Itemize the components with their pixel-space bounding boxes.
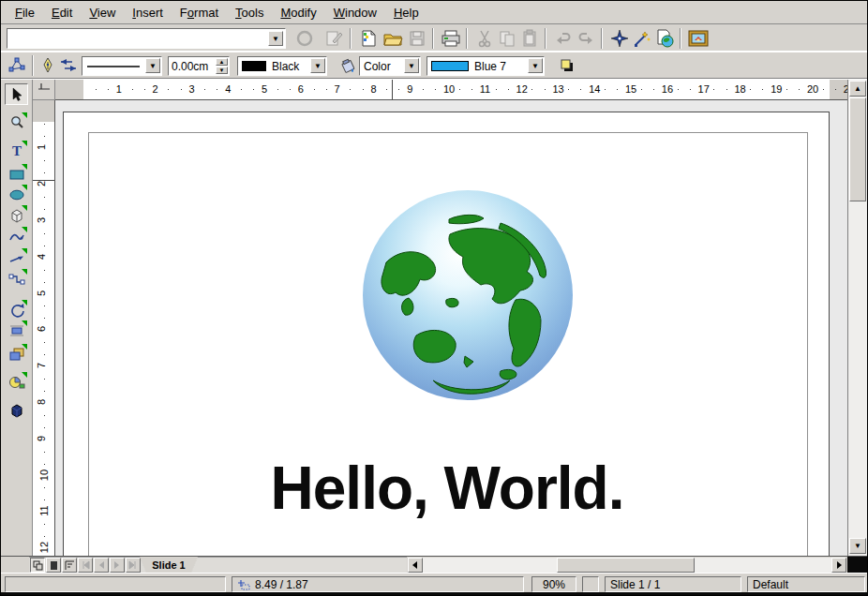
cursor-position-value: 8.49 / 1.87 [255,578,308,591]
edit-points-button[interactable] [6,54,28,77]
ruler-origin-box[interactable] [33,80,55,100]
ruler-mark: 15 [625,83,636,95]
menu-format[interactable]: Format [172,3,227,22]
ruler-mark [398,89,399,90]
ruler-mark [678,89,679,90]
ruler-mark: 11 [480,83,490,95]
new-document-button[interactable] [357,27,380,50]
slide-page[interactable]: Hello, World. [63,112,830,556]
navigator-button[interactable] [608,27,631,50]
tab-row: Slide 1 [1,556,867,573]
globe-image[interactable] [360,187,576,403]
shadow-button[interactable] [556,54,578,77]
menu-view[interactable]: View [81,3,124,22]
ruler-mark [44,342,45,343]
master-view-button[interactable] [46,558,61,573]
tool-insert-button[interactable] [5,371,28,393]
tool-3d-objects-button[interactable] [5,204,28,226]
tab-slide-1[interactable]: Slide 1 [140,557,198,573]
slide-info-field[interactable]: Slide 1 / 1 [605,576,741,592]
gallery-button[interactable] [687,27,710,50]
paste-icon [518,27,541,50]
tool-curve-button[interactable] [5,226,28,247]
ruler-mark [750,89,751,90]
drawing-canvas[interactable]: Hello, World. [55,100,847,556]
horizontal-ruler[interactable]: 123456789101112131415161718192021 [55,80,847,100]
horizontal-scrollbar[interactable] [423,558,831,573]
tool-effects-button[interactable] [5,399,28,421]
menu-modify[interactable]: Modify [272,3,324,22]
next-slide-button[interactable] [110,558,125,573]
fill-type-dropdown-arrow[interactable]: ▼ [404,58,419,73]
arrow-style-button[interactable] [57,54,80,77]
pen-line-button[interactable] [37,54,59,77]
ruler-mark [44,464,45,465]
previous-slide-button[interactable] [94,558,109,573]
tool-zoom-button[interactable] [5,112,28,133]
tool-arrange-button[interactable] [5,343,28,365]
ruler-mark [726,89,727,90]
hscroll-right-button[interactable] [831,558,846,573]
menu-edit[interactable]: Edit [43,3,81,22]
first-slide-button[interactable] [78,558,93,573]
menu-window[interactable]: Window [325,3,385,22]
tool-connector-button[interactable] [5,268,28,290]
web-document-button[interactable] [653,27,676,50]
scroll-up-button[interactable]: ▲ [849,81,866,97]
ruler-mark [44,452,45,453]
zoom-field[interactable]: 90% [531,576,576,592]
fill-type-combobox[interactable]: Color ▼ [359,56,421,76]
tool-text-button[interactable]: T [5,140,28,161]
line-color-dropdown-arrow[interactable]: ▼ [310,58,325,73]
autopilot-button[interactable] [631,27,653,50]
vertical-ruler[interactable]: 123456789101112 [33,100,55,556]
ruler-mark [33,180,55,181]
vertical-scrollbar[interactable]: ▲ ▼ [847,80,867,556]
redo-icon [575,27,597,50]
line-width-input[interactable] [172,59,215,73]
layer-view-button[interactable] [62,558,77,573]
tool-rotate-button[interactable] [5,299,28,320]
menu-file[interactable]: File [7,3,43,22]
ruler-mark [44,209,45,210]
menu-help[interactable]: Help [385,3,427,22]
hscroll-left-button[interactable] [408,558,423,573]
scroll-down-button[interactable]: ▼ [849,538,866,554]
template-field[interactable]: Default [747,576,865,592]
line-style-dropdown-arrow[interactable]: ▼ [145,58,160,73]
line-color-combobox[interactable]: Black ▼ [237,56,327,76]
tool-alignment-button[interactable] [5,320,28,341]
edit-file-icon [323,27,346,50]
horizontal-scroll-thumb[interactable] [557,558,695,573]
slide-view-button[interactable] [30,558,45,573]
url-input[interactable] [9,31,268,46]
fill-color-combobox[interactable]: Blue 7 ▼ [427,56,545,76]
line-width-up-button[interactable]: ▲ [216,58,228,66]
window-resize-corner[interactable] [847,557,868,574]
vertical-scroll-thumb[interactable] [849,97,866,201]
slide-title-text[interactable]: Hello, World. [64,454,831,523]
fill-color-dropdown-arrow[interactable]: ▼ [528,58,543,73]
fill-style-button[interactable] [337,54,359,77]
tool-lines-arrows-button[interactable] [5,247,28,269]
line-width-down-button[interactable]: ▼ [216,67,228,74]
ruler-mark [108,89,109,90]
last-slide-button[interactable] [126,558,141,573]
ruler-mark [277,89,278,90]
url-combobox[interactable]: ▼ [7,28,286,49]
menu-tools[interactable]: Tools [227,3,272,22]
tool-select-button[interactable] [5,83,28,105]
tool-rectangle-button[interactable] [5,163,28,185]
menu-insert[interactable]: Insert [124,3,172,22]
svg-text:T: T [11,143,21,158]
ruler-mark [44,354,45,355]
line-width-spinner[interactable]: ▲ ▼ [168,56,230,76]
ruler-mark [96,89,97,90]
tool-ellipse-button[interactable] [5,184,28,205]
open-document-button[interactable] [382,27,404,50]
ruler-mark [459,89,460,90]
url-dropdown-arrow[interactable]: ▼ [268,31,283,46]
line-style-combobox[interactable]: ▼ [82,56,162,76]
status-position-field[interactable]: 8.49 / 1.87 [232,576,524,592]
print-button[interactable] [440,27,462,50]
